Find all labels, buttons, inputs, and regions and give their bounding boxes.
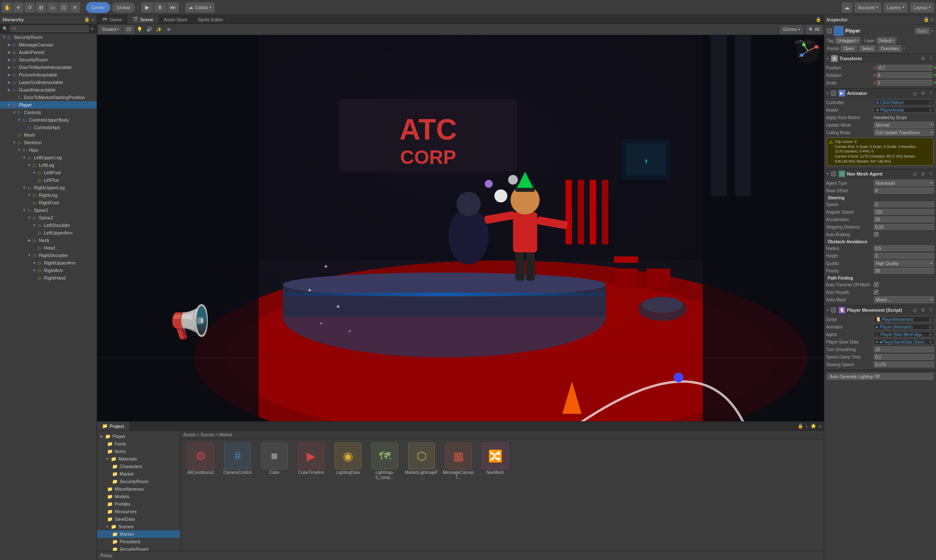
- pm-agent-ref-btn[interactable]: ◎: [929, 332, 932, 336]
- asset-item[interactable]: ▦ MessageCanvasT...: [442, 443, 475, 480]
- account-dropdown[interactable]: Account ▾: [854, 2, 882, 13]
- animator-active-checkbox[interactable]: [831, 91, 836, 96]
- hierarchy-item[interactable]: ▼ ▷ LeftFoot: [0, 169, 97, 176]
- update-mode-dropdown[interactable]: Normal ▾: [874, 122, 934, 128]
- project-lock[interactable]: 🔒: [798, 423, 803, 429]
- hierarchy-item[interactable]: ▷ LeftToe: [0, 176, 97, 184]
- player-movement-settings-icon[interactable]: ⚙: [920, 307, 926, 313]
- project-folder-item[interactable]: ▼ 📁 Scenes: [97, 523, 180, 530]
- scene-light-btn[interactable]: 💡: [136, 25, 144, 34]
- project-menu3[interactable]: ≡: [819, 424, 821, 429]
- hierarchy-item[interactable]: ▶ ▷ LaserGridInteractable: [0, 79, 97, 86]
- animator-header[interactable]: ▼ ▶ Animator ◎ ⚙ ?: [824, 89, 936, 98]
- script-value[interactable]: 📜 PlayerMovement ◎: [874, 316, 934, 322]
- tab-project[interactable]: 📁 Project: [97, 422, 129, 430]
- layout-dropdown[interactable]: Layout ▾: [910, 2, 934, 13]
- area-mask-dropdown[interactable]: Mixed ... ▾: [874, 296, 934, 303]
- hierarchy-item[interactable]: ▼ ▷ RightArm: [0, 267, 97, 274]
- hierarchy-item[interactable]: ▷ ControlsHips: [0, 124, 97, 131]
- hierarchy-item[interactable]: ▼ ▷ LeftUpperLeg: [0, 154, 97, 161]
- project-folder-item[interactable]: 📁 Resources: [97, 508, 180, 515]
- prefab-overrides-btn[interactable]: Overrides: [878, 45, 902, 52]
- project-folder-item[interactable]: ▼ 📁 Materials: [97, 455, 180, 463]
- animator-settings-icon[interactable]: ⚙: [920, 90, 926, 97]
- mode-2d-button[interactable]: 2D: [123, 25, 134, 34]
- asset-item[interactable]: # CameraControl: [221, 443, 254, 480]
- hierarchy-item[interactable]: ▶ ▷ Neck: [0, 237, 97, 244]
- hierarchy-item[interactable]: ▼ ▷ Skeleton: [0, 139, 97, 146]
- agent-type-dropdown[interactable]: Humanoid ▾: [874, 180, 934, 186]
- acceleration-input[interactable]: [874, 216, 934, 222]
- static-button[interactable]: Static: [915, 28, 930, 34]
- nav-mesh-help-icon[interactable]: ?: [928, 171, 934, 177]
- hierarchy-item[interactable]: ▷ RightHand: [0, 274, 97, 282]
- avatar-ref-btn[interactable]: ◎: [929, 108, 932, 112]
- global-button[interactable]: Global: [111, 2, 136, 13]
- animator-ref-icon[interactable]: ◎: [912, 90, 918, 97]
- hierarchy-menu[interactable]: ≡: [92, 17, 94, 22]
- stopping-distance-input[interactable]: [874, 224, 934, 230]
- hierarchy-item[interactable]: ▶ ▷ SecurityRoom: [0, 56, 97, 64]
- asset-item[interactable]: ⚙ AllConditions2: [184, 443, 217, 480]
- inspector-lock[interactable]: 🔒: [923, 17, 929, 22]
- asset-item[interactable]: ◉ LightingData: [331, 443, 365, 480]
- nav-mesh-header[interactable]: ▼ ⬡ Nav Mesh Agent ◎ ⚙ ?: [824, 169, 936, 178]
- project-folder-item[interactable]: 📁 Market: [97, 470, 180, 478]
- avatar-value[interactable]: ★ PlayerAvatar ◎: [874, 107, 934, 113]
- step-button[interactable]: ⏭: [167, 2, 179, 13]
- project-folder-item[interactable]: ▶ 📁 Player: [97, 433, 180, 440]
- shading-dropdown[interactable]: Shaded ▾: [99, 25, 122, 34]
- project-folder-item[interactable]: 📁 SecurityRoom: [97, 545, 180, 551]
- viewport[interactable]: ATC CORP: [97, 35, 824, 421]
- hierarchy-item[interactable]: ▶ ▷ PictureInteractable: [0, 71, 97, 79]
- prefab-open-btn[interactable]: Open: [841, 45, 857, 52]
- collab-button[interactable]: ☁ Collab ▾: [185, 2, 215, 13]
- hierarchy-item[interactable]: ▼ ▷ RightShoulder: [0, 252, 97, 259]
- animator-help-icon[interactable]: ?: [928, 90, 934, 97]
- hierarchy-item[interactable]: ▼ ▷ RightUpperArm: [0, 259, 97, 267]
- hierarchy-item[interactable]: ▼ ▷ Spine2: [0, 214, 97, 221]
- quality-dropdown[interactable]: High Quality ▾: [874, 260, 934, 267]
- add-hierarchy-btn[interactable]: +: [90, 25, 94, 33]
- pm-animator-ref-btn[interactable]: ◎: [929, 325, 932, 329]
- move-tool[interactable]: ✛: [13, 2, 24, 13]
- scene-fx-btn[interactable]: ✨: [155, 25, 163, 34]
- hierarchy-item[interactable]: ▷ RightFoot: [0, 199, 97, 206]
- hierarchy-item[interactable]: ▷ Head: [0, 244, 97, 252]
- scale-x-input[interactable]: [877, 80, 932, 86]
- scale-tool[interactable]: ⊞: [36, 2, 46, 13]
- rotation-x-input[interactable]: [877, 72, 932, 78]
- transform-settings-icon[interactable]: ⚙: [920, 55, 926, 62]
- hierarchy-item[interactable]: ▼ ▷ Controls: [0, 109, 97, 116]
- inspector-menu[interactable]: ≡: [931, 17, 933, 22]
- hierarchy-item[interactable]: ▶ ▷ MessageCanvas: [0, 41, 97, 48]
- nav-mesh-ref-icon[interactable]: ◎: [912, 171, 918, 177]
- tab-game[interactable]: 🎮 Game: [97, 15, 128, 24]
- base-offset-input[interactable]: [874, 188, 934, 193]
- transform-header[interactable]: ▼ ⊞ Transform ⚙ ?: [824, 54, 936, 63]
- radius-input[interactable]: [874, 245, 934, 251]
- controller-value[interactable]: ⊞ ClickToMove ◎: [874, 99, 934, 105]
- auto-gen-lighting-btn[interactable]: Auto Generate Lighting Off: [827, 373, 933, 380]
- project-menu[interactable]: +: [805, 424, 808, 429]
- static-arrow[interactable]: ▾: [931, 29, 933, 33]
- hierarchy-item[interactable]: ▼ ▷ RightUpperLeg: [0, 184, 97, 191]
- play-button[interactable]: ▶: [141, 2, 153, 13]
- project-folder-item[interactable]: 📁 Market: [97, 530, 180, 538]
- project-folder-item[interactable]: 📁 Items: [97, 448, 180, 455]
- asset-item[interactable]: 🗺 Lightmap-0_comp...: [368, 443, 402, 480]
- hierarchy-item[interactable]: ▷ DoorToMarketStartingPosition: [0, 94, 97, 101]
- angular-speed-input[interactable]: [874, 209, 934, 215]
- prefab-select-btn[interactable]: Select: [859, 45, 876, 52]
- player-movement-help-icon[interactable]: ?: [928, 307, 934, 313]
- transform-tool[interactable]: ⊡: [58, 2, 69, 13]
- orientation-gizmo[interactable]: X Y Z: [795, 38, 821, 64]
- project-folder-item[interactable]: 📁 Miscellaneous: [97, 485, 180, 493]
- script-ref-btn[interactable]: ◎: [929, 317, 932, 321]
- project-menu2[interactable]: ⭐: [811, 423, 816, 429]
- height-input[interactable]: [874, 253, 934, 259]
- auto-traverse-checkbox[interactable]: ✓: [874, 282, 879, 287]
- culling-mode-dropdown[interactable]: Cull Update Transforms ▾: [874, 129, 934, 136]
- rotate-tool[interactable]: ↺: [24, 2, 35, 13]
- hierarchy-lock[interactable]: 🔒: [84, 17, 90, 22]
